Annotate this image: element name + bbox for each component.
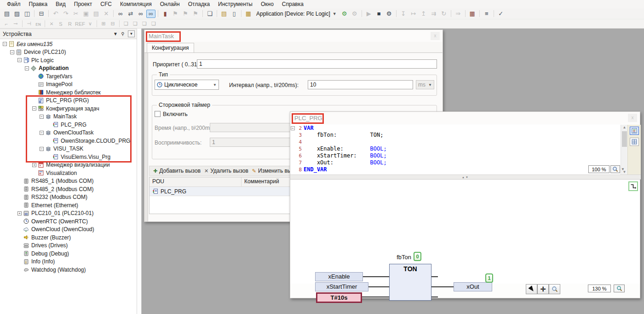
pou-column-header[interactable]: POU — [150, 177, 242, 186]
tab-configuration[interactable]: Конфигурация — [147, 43, 194, 53]
clear-bookmarks-icon[interactable]: ⚑ — [191, 10, 200, 18]
menu-1[interactable]: Правка — [25, 0, 52, 8]
code-line-4[interactable]: 4 — [290, 139, 629, 145]
select-tool-button[interactable] — [526, 284, 537, 294]
textual-view-button[interactable] — [630, 127, 639, 135]
cfc-editor[interactable]: fbTon 0 TON EN IN PT ENO Q ET xEnable xS… — [290, 180, 640, 284]
expand-icon[interactable]: + — [17, 211, 22, 215]
cfc-var-icon[interactable]: ∨ — [86, 20, 94, 28]
stop-icon[interactable]: ■ — [374, 10, 384, 18]
menu-2[interactable]: Вид — [52, 0, 70, 8]
tabular-view-button[interactable] — [630, 138, 639, 146]
redo-icon[interactable]: ↷ — [61, 10, 70, 18]
menu-4[interactable]: CFC — [96, 0, 116, 8]
cfc-order-back-icon[interactable]: ❏ — [131, 20, 139, 28]
tree-item-rs232[interactable]: RS232 (Modbus COM) — [0, 193, 137, 202]
new-file-icon[interactable]: ▤ — [2, 10, 12, 18]
fb-instance-label[interactable]: fbTon — [380, 254, 411, 261]
step-over-icon[interactable]: ↧ — [399, 10, 408, 18]
prev-bookmark-icon[interactable]: ⚑ — [171, 10, 180, 18]
menu-9[interactable]: Окно — [257, 0, 278, 8]
maintask-close-button[interactable]: x — [431, 32, 440, 40]
undo-icon[interactable]: ↶ — [51, 10, 60, 18]
cfc-zoom-magnifier-icon[interactable] — [614, 285, 625, 292]
tree-item-watchdog[interactable]: Watchdog (Watchdog) — [0, 266, 137, 274]
save-icon[interactable]: ◫ — [23, 10, 32, 18]
fold-collapse-icon[interactable]: − — [291, 126, 295, 130]
zoom-tool-button[interactable] — [549, 284, 560, 294]
watchdog-enable-checkbox[interactable] — [155, 111, 161, 117]
plcprg-title-bar[interactable]: PLC_PRG x — [290, 112, 640, 124]
scrollbar-thumb[interactable] — [622, 131, 627, 147]
menu-3[interactable]: Проект — [70, 0, 97, 8]
code-line-2[interactable]: −2VAR — [290, 125, 629, 132]
declaration-zoom-value[interactable]: 100 % — [588, 165, 610, 173]
collapse-icon[interactable]: − — [10, 50, 14, 54]
cfc-zoom-value[interactable]: 130 % — [588, 285, 611, 292]
application-selector[interactable]: Application [Device: Plc Logic] ▼ — [256, 11, 337, 17]
code-line-8[interactable]: 8END_VAR — [290, 166, 629, 173]
tree-item-library-manager[interactable]: Менеджер библиотек — [0, 88, 137, 97]
collapse-icon[interactable]: − — [40, 115, 44, 119]
start-icon[interactable]: ▶ — [364, 10, 374, 18]
single-cycle-icon[interactable]: ⚙ — [385, 10, 394, 18]
tree-item-maintask[interactable]: −MainTask — [0, 113, 137, 121]
collapse-icon[interactable]: − — [32, 106, 36, 110]
tree-item-maintask-plc-prg[interactable]: PLC_PRG — [0, 121, 137, 129]
tree-item-owenstorage-cloud-prg[interactable]: OwenStorage.CLOUD_PRG — [0, 137, 137, 145]
login-alt-icon[interactable]: ⚙ — [350, 10, 359, 18]
magnifier-icon[interactable] — [610, 165, 620, 173]
next-bookmark-icon[interactable]: ⚑ — [181, 10, 190, 18]
chevron-down-icon[interactable]: ▼ — [621, 167, 625, 171]
editor-splitter[interactable]: ▲▼ — [290, 174, 641, 180]
tree-item-visu-task[interactable]: −VISU_TASK — [0, 145, 137, 153]
tree-item-device-plc210[interactable]: −Device (PLC210) — [0, 48, 137, 57]
cfc-add-input-icon[interactable]: ⊞ — [99, 20, 108, 28]
panel-pin-icon[interactable]: ⚲ — [119, 31, 126, 36]
input-xenable[interactable]: xEnable — [315, 272, 363, 281]
code-line-3[interactable]: 3 fbTon: TON; — [290, 132, 629, 139]
cfc-order-forward-icon[interactable]: ❏ — [140, 20, 149, 28]
tree-item-plc-prg[interactable]: PLC_PRG (PRG) — [0, 97, 137, 105]
interval-input[interactable] — [308, 80, 413, 89]
tree-item-drives[interactable]: Drives (Drives) — [0, 242, 137, 250]
tree-item-targetvars[interactable]: TargetVars — [0, 72, 137, 81]
task-config-icon[interactable]: ▦ — [244, 10, 253, 18]
tree-item-visualization-manager[interactable]: +Менеджер визуализации — [0, 161, 137, 169]
tree-item-imagepool[interactable]: ImagePool — [0, 81, 137, 89]
messages-icon[interactable]: ❏ — [205, 10, 214, 18]
menu-6[interactable]: Онлайн — [156, 0, 184, 8]
cfc-ref-icon[interactable]: REF — [75, 20, 85, 28]
tree-item-owencloudtask[interactable]: −OwenCloudTask — [0, 129, 137, 137]
declaration-editor[interactable]: −2VAR3 fbTon: TON;45 xEnable: BOOL;6 xSt… — [290, 125, 629, 174]
menu-0[interactable]: Файл — [3, 0, 25, 8]
collapse-icon[interactable]: − — [3, 42, 7, 46]
breakpoints-icon[interactable]: ▦ — [468, 10, 477, 18]
find-replace-icon[interactable]: ⇄ — [126, 10, 135, 18]
code-line-6[interactable]: 6 xStartTimer: BOOL; — [290, 152, 629, 159]
cfc-pin-left-icon[interactable]: ⌐ — [2, 20, 11, 28]
tree-item-ethernet[interactable]: Ethernet (Ethernet) — [0, 201, 137, 209]
bookmark-icon[interactable]: ▮ — [161, 10, 170, 18]
build-icon[interactable]: ✓ — [496, 10, 506, 18]
delete-icon[interactable]: ✕ — [102, 10, 111, 18]
collapse-icon[interactable]: − — [25, 66, 29, 70]
print-icon[interactable]: ⊟ — [37, 10, 46, 18]
cfc-remove-input-icon[interactable]: ⊟ — [109, 20, 117, 28]
step-out-icon[interactable]: ↥ — [419, 10, 428, 18]
tree-item-application[interactable]: −Application — [0, 64, 137, 73]
cfc-negate-icon[interactable]: ⊣ — [25, 20, 33, 28]
tree-item-info[interactable]: iInfo (Info) — [0, 258, 137, 266]
menu-10[interactable]: Справка — [278, 0, 308, 8]
ton-function-block[interactable]: TON EN IN PT ENO Q ET — [389, 264, 431, 301]
project-combo-dropdown[interactable]: ▼ — [128, 30, 135, 37]
run-to-cursor-icon[interactable]: ⇉ — [429, 10, 438, 18]
menu-5[interactable]: Компиляция — [116, 0, 156, 8]
open-icon[interactable]: ▨ — [12, 10, 22, 18]
tree-item-owencloud[interactable]: OwenCloud (OwenCloud) — [0, 226, 137, 234]
step-into-icon[interactable]: ↦ — [409, 10, 418, 18]
copy-icon[interactable]: ▣ — [81, 10, 91, 18]
pan-tool-button[interactable]: ✛ — [537, 284, 549, 294]
cut-icon[interactable]: ✂ — [71, 10, 80, 18]
expand-icon[interactable]: + — [32, 163, 36, 167]
